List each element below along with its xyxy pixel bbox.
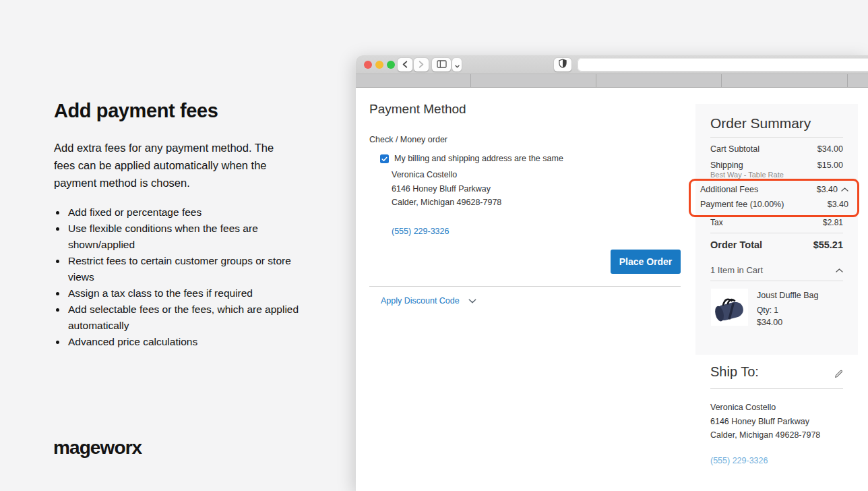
order-summary-heading: Order Summary <box>710 115 811 132</box>
browser-window: Payment Method Check / Money order My bi… <box>356 55 868 491</box>
address-line: 6146 Honey Bluff Parkway <box>392 182 501 196</box>
feature-item: Assign a tax class to the fees if requir… <box>67 285 313 301</box>
edit-shipping-button[interactable] <box>833 370 844 380</box>
feature-item: Restrict fees to certain customer groups… <box>67 253 313 285</box>
additional-fees-value: $3.40 <box>817 185 838 194</box>
place-order-button[interactable]: Place Order <box>611 250 681 274</box>
payment-fee-label: Payment fee (10.00%) <box>700 200 784 209</box>
forward-button[interactable] <box>414 58 429 71</box>
close-window-button[interactable] <box>364 61 372 69</box>
shield-icon <box>559 59 567 71</box>
cart-subtotal-value: $34.00 <box>817 144 843 154</box>
checkout-page: Payment Method Check / Money order My bi… <box>356 88 868 490</box>
payment-fee-row: Payment fee (10.00%) $3.40 <box>700 200 848 209</box>
chevron-left-icon <box>402 59 408 71</box>
shipping-label: Shipping <box>710 161 743 170</box>
items-in-cart-label: 1 Item in Cart <box>710 265 763 275</box>
minimize-window-button[interactable] <box>375 61 383 69</box>
shipping-method-label: Best Way - Table Rate <box>710 171 784 179</box>
additional-fees-row: Additional Fees $3.40 <box>700 185 848 194</box>
chevron-up-icon[interactable] <box>841 187 848 192</box>
discount-code-row: Apply Discount Code <box>381 296 476 306</box>
tab-bar <box>356 74 868 88</box>
product-qty: Qty: 1 <box>757 306 778 315</box>
chevron-down-icon[interactable] <box>468 299 476 304</box>
address-bar[interactable] <box>578 58 868 71</box>
tax-row: Tax $2.81 <box>710 218 843 227</box>
divider <box>369 286 681 287</box>
billing-same-checkbox[interactable] <box>380 154 389 163</box>
feature-item: Advanced price calculations <box>67 334 313 350</box>
address-line: 6146 Honey Bluff Parkway <box>710 415 820 429</box>
feature-item: Add fixed or percentage fees <box>67 204 313 221</box>
payment-fee-value: $3.40 <box>828 200 848 209</box>
back-button[interactable] <box>398 58 412 71</box>
billing-same-row: My billing and shipping address are the … <box>380 154 563 163</box>
feature-item: Add selectable fees or the fees, which a… <box>67 301 313 334</box>
browser-tab[interactable] <box>596 74 722 87</box>
product-thumbnail <box>711 289 748 326</box>
address-line: Veronica Costello <box>710 401 820 415</box>
cart-subtotal-label: Cart Subtotal <box>710 144 760 154</box>
product-name: Joust Duffle Bag <box>757 291 819 300</box>
browser-chrome <box>356 55 868 74</box>
chevron-right-icon <box>418 59 424 71</box>
cart-subtotal-row: Cart Subtotal $34.00 <box>710 144 843 154</box>
order-total-value: $55.21 <box>813 239 843 250</box>
divider <box>710 388 843 389</box>
sidebar-dropdown-button[interactable] <box>452 58 462 71</box>
billing-phone-link[interactable]: (555) 229-3326 <box>392 227 449 236</box>
feature-description: Add extra fees for any payment method. T… <box>54 139 295 192</box>
feature-list: Add fixed or percentage fees Use flexibl… <box>54 204 313 350</box>
shipping-value: $15.00 <box>817 161 843 170</box>
order-total-label: Order Total <box>710 239 762 250</box>
browser-tab[interactable] <box>356 74 471 87</box>
additional-fees-highlight-box: Additional Fees $3.40 Payment fee (10.00… <box>689 179 859 217</box>
order-summary-panel: Order Summary Cart Subtotal $34.00 Shipp… <box>695 104 858 355</box>
checkmark-icon <box>381 152 388 165</box>
tax-label: Tax <box>710 218 723 227</box>
privacy-shield-button[interactable] <box>554 58 571 71</box>
address-line: Calder, Michigan 49628-7978 <box>392 196 501 210</box>
billing-address: Veronica Costello 6146 Honey Bluff Parkw… <box>392 168 501 210</box>
payment-method-heading: Payment Method <box>369 102 466 117</box>
address-line: Calder, Michigan 49628-7978 <box>710 428 820 442</box>
duffle-bag-image <box>711 316 748 328</box>
page-title: Add payment fees <box>54 100 218 122</box>
additional-fees-label: Additional Fees <box>700 185 758 194</box>
divider <box>710 281 843 281</box>
tax-value: $2.81 <box>823 218 843 227</box>
payment-method-option: Check / Money order <box>369 135 447 144</box>
chevron-down-icon <box>455 59 460 71</box>
mageworx-logo: mageworx <box>53 437 142 459</box>
browser-tab[interactable] <box>471 74 596 87</box>
marketing-panel: Add payment fees Add extra fees for any … <box>0 0 356 491</box>
sidebar-toggle-button[interactable] <box>432 58 451 71</box>
ship-to-heading: Ship To: <box>710 364 759 380</box>
address-line: Veronica Costello <box>392 168 501 182</box>
divider <box>710 233 843 233</box>
shipping-phone-link[interactable]: (555) 229-3326 <box>710 456 768 465</box>
items-in-cart-row[interactable]: 1 Item in Cart <box>710 265 843 275</box>
browser-tab[interactable] <box>722 74 848 87</box>
apply-discount-link[interactable]: Apply Discount Code <box>381 296 460 306</box>
shipping-row: Shipping $15.00 <box>710 161 843 170</box>
pencil-icon <box>834 369 843 381</box>
product-price: $34.00 <box>757 318 782 327</box>
chevron-up-icon[interactable] <box>836 268 843 272</box>
zoom-window-button[interactable] <box>387 61 395 69</box>
order-total-row: Order Total $55.21 <box>710 239 843 250</box>
shipping-address: Veronica Costello 6146 Honey Bluff Parkw… <box>710 401 820 442</box>
browser-tab[interactable] <box>848 74 868 87</box>
billing-same-label: My billing and shipping address are the … <box>394 154 563 163</box>
sidebar-panel-icon <box>437 59 447 71</box>
feature-item: Use flexible conditions when the fees ar… <box>67 221 313 253</box>
divider <box>710 137 843 138</box>
